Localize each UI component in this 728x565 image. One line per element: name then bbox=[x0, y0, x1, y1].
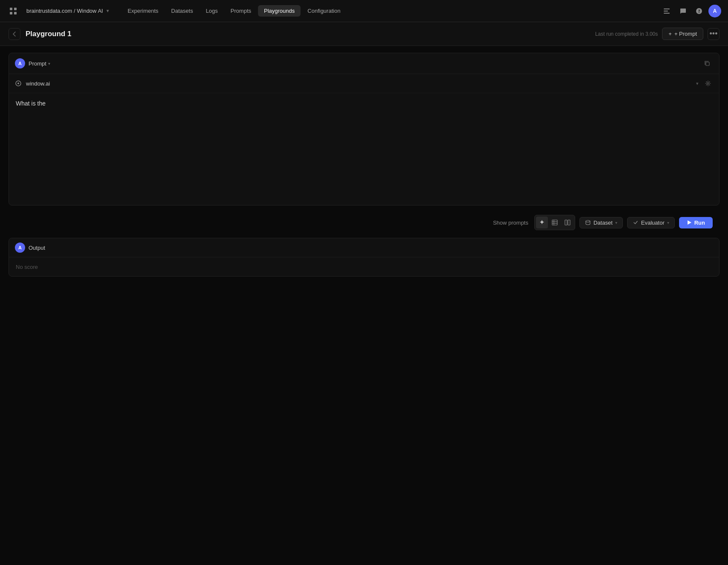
topnav-right: A bbox=[660, 4, 721, 18]
output-label: Output bbox=[29, 245, 45, 251]
evaluator-label: Evaluator bbox=[641, 220, 665, 226]
model-selector-row: window.ai ▾ bbox=[9, 74, 719, 93]
view-toggle-group bbox=[534, 215, 575, 230]
add-prompt-label: + Prompt bbox=[674, 31, 697, 37]
prompt-role-selector[interactable]: Prompt ▾ bbox=[29, 60, 50, 67]
add-prompt-button[interactable]: + + Prompt bbox=[662, 28, 703, 40]
svg-rect-7 bbox=[706, 62, 709, 66]
sidebar-toggle-icon[interactable] bbox=[660, 4, 674, 18]
brand-selector[interactable]: braintrustdata.com / Window AI ▼ bbox=[23, 6, 113, 16]
model-chevron-icon[interactable]: ▾ bbox=[696, 81, 699, 86]
view-icon-table[interactable] bbox=[549, 217, 561, 228]
no-score-text: No score bbox=[16, 264, 38, 270]
nav-configuration[interactable]: Configuration bbox=[301, 5, 346, 17]
run-label: Run bbox=[694, 220, 705, 226]
svg-rect-0 bbox=[10, 8, 12, 10]
view-icon-sparkle[interactable] bbox=[536, 217, 548, 228]
nav-prompts[interactable]: Prompts bbox=[225, 5, 257, 17]
svg-rect-3 bbox=[14, 12, 17, 14]
model-selector-wrapper[interactable]: window.ai bbox=[26, 80, 693, 87]
svg-rect-2 bbox=[10, 12, 12, 14]
prompt-role-text: Prompt bbox=[29, 60, 46, 67]
nav-logs[interactable]: Logs bbox=[200, 5, 224, 17]
page-title: Playground 1 bbox=[26, 30, 72, 38]
evaluator-chevron-icon: ▾ bbox=[667, 220, 669, 225]
nav-playgrounds[interactable]: Playgrounds bbox=[258, 5, 301, 17]
show-prompts-label: Show prompts bbox=[493, 220, 528, 226]
view-icon-split[interactable] bbox=[562, 217, 573, 228]
prompt-role-badge: A bbox=[15, 58, 25, 68]
prompt-textarea-container: What is the bbox=[9, 93, 719, 205]
run-button[interactable]: Run bbox=[679, 217, 713, 228]
svg-rect-4 bbox=[664, 9, 670, 9]
last-run-status: Last run completed in 3.00s bbox=[595, 31, 658, 37]
nav-datasets[interactable]: Datasets bbox=[165, 5, 199, 17]
prompt-role-chevron-icon: ▾ bbox=[48, 61, 50, 66]
brand-chevron-icon: ▼ bbox=[106, 9, 110, 13]
chat-icon[interactable] bbox=[676, 4, 690, 18]
logo-icon[interactable] bbox=[7, 5, 20, 17]
toolbar-row: Show prompts bbox=[9, 211, 719, 234]
svg-point-10 bbox=[707, 83, 709, 84]
help-icon[interactable] bbox=[692, 4, 706, 18]
subheader-right: Last run completed in 3.00s + + Prompt •… bbox=[595, 28, 719, 40]
nav-experiments[interactable]: Experiments bbox=[122, 5, 164, 17]
dataset-chevron-icon: ▾ bbox=[615, 220, 617, 225]
more-options-button[interactable]: ••• bbox=[708, 28, 719, 40]
brand-text: braintrustdata.com / Window AI bbox=[26, 8, 103, 14]
output-body: No score bbox=[9, 257, 719, 276]
prompt-card-header: A Prompt ▾ bbox=[9, 53, 719, 74]
svg-rect-6 bbox=[664, 13, 670, 14]
model-value: window.ai bbox=[26, 80, 50, 87]
evaluator-button[interactable]: Evaluator ▾ bbox=[627, 217, 675, 228]
main-content: A Prompt ▾ bbox=[0, 46, 728, 283]
svg-marker-18 bbox=[688, 220, 691, 225]
svg-rect-16 bbox=[568, 220, 570, 225]
output-card: A Output No score bbox=[9, 238, 719, 277]
output-role-badge: A bbox=[15, 243, 25, 253]
back-button[interactable] bbox=[9, 28, 20, 40]
svg-rect-15 bbox=[565, 220, 567, 225]
subheader: Playground 1 Last run completed in 3.00s… bbox=[0, 22, 728, 46]
model-settings-icon[interactable] bbox=[702, 77, 714, 89]
dataset-label: Dataset bbox=[593, 220, 613, 226]
output-card-header: A Output bbox=[9, 238, 719, 257]
prompt-card-actions bbox=[701, 57, 713, 69]
add-prompt-plus-icon: + bbox=[668, 31, 672, 37]
nav-links: Experiments Datasets Logs Prompts Playgr… bbox=[122, 5, 656, 17]
topnav: braintrustdata.com / Window AI ▼ Experim… bbox=[0, 0, 728, 22]
svg-rect-5 bbox=[664, 11, 668, 11]
svg-point-17 bbox=[586, 220, 590, 222]
svg-point-9 bbox=[17, 83, 19, 84]
dataset-button[interactable]: Dataset ▾ bbox=[579, 217, 623, 228]
user-avatar[interactable]: A bbox=[708, 5, 721, 17]
svg-rect-1 bbox=[14, 8, 17, 10]
model-icon bbox=[14, 79, 23, 88]
copy-icon[interactable] bbox=[701, 57, 713, 69]
svg-rect-11 bbox=[552, 220, 557, 225]
prompt-card: A Prompt ▾ bbox=[9, 53, 719, 205]
more-dots-icon: ••• bbox=[710, 29, 718, 38]
prompt-textarea[interactable]: What is the bbox=[9, 93, 719, 204]
